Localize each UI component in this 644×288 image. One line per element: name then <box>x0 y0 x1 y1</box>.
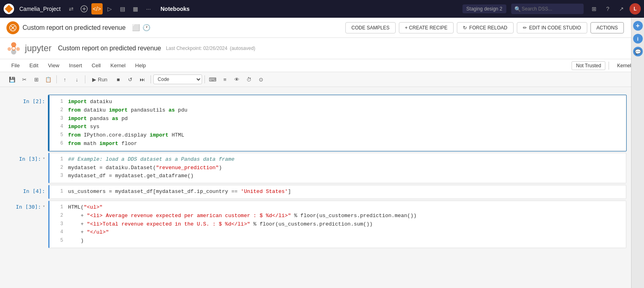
settings-btn[interactable]: ⊙ <box>256 74 267 85</box>
project-name[interactable]: Camelia_Project <box>19 6 61 12</box>
cell-2: In [3]: ▾1## Example: load a DDS dataset… <box>8 153 626 183</box>
line-number: 3 <box>54 172 63 180</box>
code-line: 1HTML("<ul>" <box>54 203 622 212</box>
menu-insert[interactable]: Insert <box>64 61 87 70</box>
notebooks-label: Notebooks <box>161 6 190 12</box>
sub-navigation: Custom report on predicted revenue ⬜ 🕐 C… <box>0 18 644 38</box>
jupyter-logo: jupyter <box>6 41 52 56</box>
code-line: 3 + "<li>Total revenue expected in the U… <box>54 220 622 229</box>
code-line: 2 + "<li> Average revenue expected per a… <box>54 212 622 220</box>
copy-btn[interactable]: ⊞ <box>31 74 42 85</box>
menu-edit[interactable]: Edit <box>25 61 43 70</box>
code-area-2[interactable]: 1## Example: load a DDS dataset as a Pan… <box>50 153 626 183</box>
run-button[interactable]: ▶ Run <box>88 75 112 85</box>
code-line: 3import pandas as pd <box>54 115 622 123</box>
avatar[interactable]: L <box>630 3 641 15</box>
cell-type-select[interactable]: Code Markdown Raw NBConvert <box>153 75 202 84</box>
bookmark-icon[interactable]: ⬜ <box>132 24 140 31</box>
cell-prompt-1: In [2]: <box>8 95 48 151</box>
code-line: 6from math import floor <box>54 140 622 148</box>
dashboard-icon[interactable]: ▦ <box>130 3 141 15</box>
code-line: 4 + "</ul>" <box>54 228 622 237</box>
share-icon[interactable]: ⇄ <box>66 3 77 15</box>
jupyter-container: jupyter Custom report on predicted reven… <box>0 38 644 87</box>
flow-icon[interactable] <box>78 3 90 15</box>
menu-kernel[interactable]: Kernel <box>105 61 130 70</box>
edit-icon: ✏ <box>523 25 527 31</box>
line-number: 4 <box>54 123 63 131</box>
collapse-arrow-2[interactable]: ▾ <box>43 156 45 160</box>
line-number: 1 <box>54 98 63 106</box>
run-icon[interactable]: ▷ <box>104 3 116 15</box>
right-sidebar: + i 💬 <box>631 18 644 288</box>
title-icons: ⬜ 🕐 <box>132 24 151 31</box>
more-icon[interactable]: ··· <box>143 3 154 15</box>
cell-body-3[interactable]: 1us_customers = mydataset_df[mydataset_d… <box>48 185 626 199</box>
jupyter-text: jupyter <box>25 43 52 54</box>
top-navigation: Camelia_Project ⇄ </> ▷ ▤ ▦ ··· Notebook… <box>0 0 644 18</box>
cell-body-1[interactable]: 1import dataiku2from dataiku import pand… <box>48 95 626 151</box>
add-button[interactable]: + <box>633 21 643 31</box>
timer-btn[interactable]: ⏱ <box>244 74 255 85</box>
svg-point-6 <box>16 47 20 51</box>
menu-view[interactable]: View <box>43 61 64 70</box>
force-reload-button[interactable]: ↻ FORCE RELOAD <box>457 22 514 33</box>
line-number: 1 <box>54 155 63 164</box>
data-icon[interactable]: ▤ <box>117 3 128 15</box>
reload-icon: ↻ <box>463 25 467 31</box>
code-icon[interactable]: </> <box>91 3 103 15</box>
page-title: Custom report on predicted revenue <box>23 24 126 31</box>
dataiku-logo <box>3 3 14 15</box>
line-number: 6 <box>54 140 63 148</box>
move-down-btn[interactable]: ↓ <box>71 74 83 85</box>
cell-3: In [4]:1us_customers = mydataset_df[myda… <box>8 185 626 199</box>
chat-button[interactable]: 💬 <box>633 47 643 56</box>
search-input[interactable] <box>511 4 584 14</box>
collapse-arrow-4[interactable]: ▾ <box>43 204 45 208</box>
edit-code-studio-button[interactable]: ✏ EDIT IN CODE STUDIO <box>517 22 587 33</box>
line-number: 1 <box>54 203 63 212</box>
not-trusted-badge[interactable]: Not Trusted <box>572 61 605 70</box>
cell-body-4[interactable]: 1HTML("<ul>"2 + "<li> Average revenue ex… <box>48 201 626 248</box>
info-button[interactable]: i <box>633 34 643 44</box>
save-btn[interactable]: 💾 <box>6 74 18 85</box>
code-samples-button[interactable]: CODE SAMPLES <box>345 22 396 33</box>
jupyter-notebook-title[interactable]: Custom report on predicted revenue <box>58 45 161 52</box>
move-up-btn[interactable]: ↑ <box>59 74 70 85</box>
restart-btn[interactable]: ↺ <box>125 74 136 85</box>
line-number: 3 <box>54 220 63 229</box>
menu-file[interactable]: File <box>6 61 25 70</box>
actions-button[interactable]: ACTIONS <box>590 22 624 33</box>
stop-btn[interactable]: ■ <box>113 74 124 85</box>
eye-btn[interactable]: 👁 <box>231 74 243 85</box>
jupyter-toolbar: 💾 ✂ ⊞ 📋 ↑ ↓ ▶ Run ■ ↺ ⏭ Code Markdown Ra… <box>0 72 644 87</box>
list-btn[interactable]: ≡ <box>219 74 231 85</box>
keyboard-btn[interactable]: ⌨ <box>207 74 219 85</box>
line-number: 2 <box>54 106 63 115</box>
code-line: 3mydataset_df = mydataset.get_dataframe(… <box>54 172 622 180</box>
notifications-icon[interactable]: ↗ <box>616 3 627 15</box>
svg-point-5 <box>8 47 11 51</box>
code-area-4[interactable]: 1HTML("<ul>"2 + "<li> Average revenue ex… <box>50 201 626 248</box>
line-number: 5 <box>54 237 63 245</box>
notebook-content: In [2]:1import dataiku2from dataiku impo… <box>0 87 644 288</box>
help-icon[interactable]: ? <box>602 3 613 15</box>
create-recipe-button[interactable]: + CREATE RECIPE <box>399 22 454 33</box>
cell-body-2[interactable]: 1## Example: load a DDS dataset as a Pan… <box>48 153 626 183</box>
menu-help[interactable]: Help <box>130 61 151 70</box>
paste-btn[interactable]: 📋 <box>43 74 54 85</box>
cell-4: In [30]: ▾1HTML("<ul>"2 + "<li> Average … <box>8 201 626 248</box>
history-icon[interactable]: 🕐 <box>142 24 151 31</box>
autosaved-text: (autosaved) <box>230 46 255 51</box>
menu-cell[interactable]: Cell <box>87 61 105 70</box>
staging-label[interactable]: Staging design 2 <box>462 4 506 13</box>
notebook-icon <box>6 21 19 34</box>
code-area-3[interactable]: 1us_customers = mydataset_df[mydataset_d… <box>50 185 626 199</box>
apps-icon[interactable]: ⊞ <box>588 3 600 15</box>
cut-btn[interactable]: ✂ <box>19 74 30 85</box>
line-number: 1 <box>54 188 63 196</box>
code-area-1[interactable]: 1import dataiku2from dataiku import pand… <box>50 95 626 151</box>
code-line: 1us_customers = mydataset_df[mydataset_d… <box>54 188 622 196</box>
menu-bar: File Edit View Insert Cell Kernel Help N… <box>0 59 644 72</box>
fast-forward-btn[interactable]: ⏭ <box>137 74 148 85</box>
